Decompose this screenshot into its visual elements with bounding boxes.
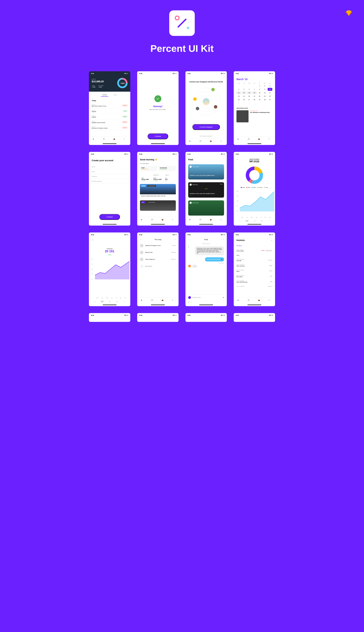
investments-card[interactable]: InvestmentsAlerts deactivated [158, 166, 176, 171]
calendar-day[interactable]: 26 [242, 98, 246, 101]
calendar-day[interactable] [247, 84, 252, 87]
calendar-day[interactable]: 3 [268, 84, 272, 87]
calendar-day[interactable] [236, 84, 241, 87]
calendar-day[interactable]: 2 [262, 84, 267, 87]
transaction-row[interactable]: 1/31/19Morrison's Palmers Green-$51.2 [89, 125, 130, 130]
stock-card[interactable]: ciscoCS50,7(+0 [164, 173, 176, 183]
invoice-row[interactable]: Paid on 5/8/2019Rent$720 [234, 268, 275, 274]
period-tab[interactable]: Y [123, 300, 126, 303]
invoice-row[interactable]: Due on 8/31/19Chris D'Elia $449Wait to a… [234, 248, 275, 253]
home-indicator[interactable] [199, 305, 213, 305]
calendar-day[interactable]: 24 [268, 95, 272, 98]
nav-chat-icon[interactable]: 💬 [200, 219, 202, 222]
calendar-day[interactable]: 21 [252, 95, 257, 98]
stock-card[interactable]: AAPL150,42 GBP(+4.33%) [140, 173, 152, 183]
calendar-day[interactable]: 12 [242, 91, 246, 94]
home-indicator[interactable] [103, 224, 116, 225]
send-icon[interactable]: ➤ [223, 297, 224, 298]
transaction-row[interactable]: 1/31/19PayPal+$71 [89, 108, 130, 114]
calendar-day[interactable]: 5 [242, 88, 246, 91]
nav-settings-icon[interactable]: ⚙ [220, 140, 223, 143]
member-action[interactable]: Admin [172, 245, 176, 246]
calendar-day[interactable]: 30 [262, 98, 267, 101]
email-field[interactable]: Email [89, 169, 130, 174]
password-confirm-field[interactable]: Re-enter password [89, 179, 130, 184]
nav-wallet-icon[interactable]: 💼 [162, 219, 164, 222]
period-tab[interactable]: 1W [245, 220, 249, 222]
continue-button[interactable]: Continue [99, 214, 120, 220]
feed-post[interactable]: Mabel Ryan 8 min KVTR Vestibulum rutrum … [188, 182, 224, 197]
search-icon[interactable]: ⌕ [272, 239, 272, 241]
nav-home-icon[interactable]: ◉ [93, 138, 96, 141]
calendar-day[interactable]: 10 [268, 88, 272, 91]
emoji-icon[interactable]: ☺ [191, 301, 192, 303]
nav-wallet-icon[interactable]: 💼 [258, 299, 261, 302]
nav-home-icon[interactable]: ◉ [238, 299, 240, 302]
member-action[interactable]: Remove [171, 252, 176, 253]
stock-card[interactable]: amazonAMZN1370,13 GBP(+1.35%) [152, 173, 164, 183]
calendar-day[interactable]: 22 [257, 95, 262, 98]
invoice-row[interactable]: Paid on 5/8/2019Gym Membership$28 [234, 279, 275, 284]
back-icon[interactable]: ← [140, 239, 142, 240]
calendar-day[interactable]: 1 [257, 84, 262, 87]
nav-wallet-icon[interactable]: 💼 [114, 138, 116, 141]
nav-chat-icon[interactable]: 💬 [103, 138, 106, 141]
nav-chat-icon[interactable]: 💬 [248, 138, 250, 141]
tab-feed[interactable]: Feed [112, 93, 118, 97]
nav-home-icon[interactable]: ◉ [189, 140, 192, 143]
nav-settings-icon[interactable]: ⚙ [124, 138, 126, 141]
nav-settings-icon[interactable]: ⚙ [220, 219, 223, 222]
nav-home-icon[interactable]: ◉ [189, 219, 192, 222]
back-icon[interactable]: ← [188, 239, 190, 240]
calendar-day[interactable]: 1 [236, 102, 241, 105]
nav-wallet-icon[interactable]: 💼 [210, 140, 213, 143]
period-tab[interactable]: 1M [108, 300, 111, 303]
nav-settings-icon[interactable]: ⚙ [172, 219, 175, 222]
no-account-link[interactable]: Don't have an account? [200, 135, 212, 137]
calendar-day[interactable]: 25 [236, 98, 241, 101]
continue-button[interactable]: Continue [148, 133, 168, 139]
name-field[interactable]: Name [89, 164, 130, 169]
period-tab[interactable]: D [238, 220, 241, 222]
add-person-button[interactable]: + Add person [137, 263, 178, 270]
home-indicator[interactable] [248, 224, 261, 225]
nav-settings-icon[interactable]: ⚙ [268, 299, 271, 302]
back-icon[interactable]: ← [92, 239, 94, 241]
feed-post[interactable]: Audrey Gibson Vestibulum rutrum quam vit… [188, 164, 224, 179]
nav-home-icon[interactable]: ◉ [238, 138, 240, 141]
attach-icon[interactable]: ⊕ [188, 301, 190, 303]
calendar-day[interactable]: 15 [257, 91, 262, 94]
nav-settings-icon[interactable]: ⚙ [268, 138, 271, 141]
goals-card[interactable]: GoalsDetails protected [140, 166, 157, 171]
home-indicator[interactable] [199, 224, 213, 225]
calendar-day[interactable]: 3 [247, 102, 252, 105]
calendar-day[interactable]: 8 [257, 88, 262, 91]
calendar-day[interactable] [242, 84, 246, 87]
calendar-day[interactable] [252, 84, 257, 87]
transaction-row[interactable]: 1/31/19Wasabi Sushi & Bento-$25.8 [89, 119, 130, 125]
more-icon[interactable]: ⋯ [222, 239, 224, 240]
period-tab[interactable]: D [94, 300, 96, 303]
nav-chat-icon[interactable]: 💬 [151, 299, 154, 302]
calendar-day[interactable]: 28 [252, 98, 257, 101]
nav-settings-icon[interactable]: ⚙ [172, 299, 175, 302]
invoice-row[interactable]: Paid on 5/8/2019Gas Bill$149,5 [234, 258, 275, 263]
like-icon[interactable]: ♡ [190, 177, 191, 178]
member-action[interactable]: Remove [171, 259, 176, 260]
home-indicator[interactable] [151, 143, 165, 144]
home-indicator[interactable] [248, 143, 261, 144]
calendar-day[interactable]: 6 [247, 88, 252, 91]
more-icon[interactable]: ⋯ [174, 239, 176, 240]
home-indicator[interactable] [151, 224, 165, 225]
period-tab[interactable]: 6M [260, 220, 264, 222]
nav-chat-icon[interactable]: 💬 [200, 140, 202, 143]
invoice-row[interactable]: Paid on 5/8/2019Dick Johnson$500 [234, 263, 275, 268]
transaction-row[interactable]: 1/31/19PayPal+$180 [89, 114, 130, 119]
connect-instagram-button[interactable]: Connect Instagram [192, 124, 220, 130]
home-indicator[interactable] [248, 305, 261, 305]
calendar-day[interactable]: 4 [236, 88, 241, 91]
calendar-day[interactable]: 31 [268, 98, 272, 101]
password-field[interactable]: Password [89, 174, 130, 179]
calendar-day[interactable]: 2 [242, 102, 246, 105]
nav-home-icon[interactable]: ◉ [141, 219, 144, 222]
